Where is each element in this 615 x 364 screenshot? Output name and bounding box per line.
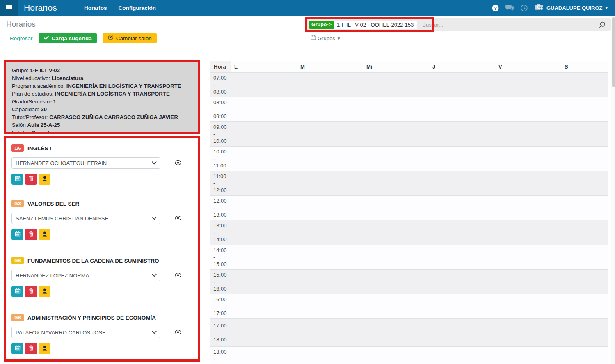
- schedule-cell[interactable]: [495, 270, 561, 294]
- schedule-cell[interactable]: [363, 294, 429, 319]
- schedule-cell[interactable]: [495, 97, 561, 122]
- schedule-subject-button[interactable]: [11, 286, 23, 297]
- menu-item-configuracion[interactable]: Configuración: [119, 5, 156, 11]
- delete-subject-button[interactable]: [25, 174, 37, 185]
- schedule-cell[interactable]: [363, 147, 429, 171]
- schedule-cell[interactable]: [363, 73, 429, 97]
- scrollbar-thumb[interactable]: [612, 17, 615, 87]
- schedule-cell[interactable]: [363, 347, 429, 364]
- schedule-cell[interactable]: [297, 220, 363, 245]
- schedule-cell[interactable]: [561, 171, 608, 196]
- schedule-cell[interactable]: [495, 294, 561, 319]
- schedule-cell[interactable]: [495, 171, 561, 196]
- delete-subject-button[interactable]: [25, 343, 37, 354]
- schedule-cell[interactable]: [231, 171, 297, 196]
- schedule-cell[interactable]: [495, 73, 561, 97]
- schedule-cell[interactable]: [231, 245, 297, 270]
- view-teacher-button[interactable]: [175, 329, 181, 336]
- change-room-button[interactable]: Cambiar salón: [103, 33, 157, 43]
- schedule-cell[interactable]: [297, 319, 363, 347]
- teacher-select[interactable]: HERNANDEZ LOPEZ NORMA: [11, 270, 160, 281]
- schedule-subject-button[interactable]: [11, 229, 23, 240]
- back-link[interactable]: Regresar: [10, 35, 33, 41]
- assign-teacher-button[interactable]: [39, 174, 50, 185]
- schedule-cell[interactable]: [495, 220, 561, 245]
- schedule-cell[interactable]: [429, 73, 495, 97]
- view-teacher-button[interactable]: [175, 159, 181, 167]
- schedule-cell[interactable]: [429, 245, 495, 270]
- schedule-cell[interactable]: [429, 122, 495, 147]
- schedule-cell[interactable]: [363, 122, 429, 147]
- user-menu[interactable]: GUADALUPE QUIROZ ▾: [534, 3, 608, 12]
- schedule-cell[interactable]: [363, 245, 429, 270]
- schedule-cell[interactable]: [297, 73, 363, 97]
- schedule-subject-button[interactable]: [11, 343, 23, 354]
- schedule-cell[interactable]: [561, 73, 608, 97]
- schedule-cell[interactable]: [297, 122, 363, 147]
- schedule-subject-button[interactable]: [11, 174, 23, 185]
- teacher-select[interactable]: SAENZ LEMUS CHRISTIAN DENISSE: [11, 213, 160, 224]
- schedule-cell[interactable]: [231, 319, 297, 347]
- search-input[interactable]: [422, 22, 578, 28]
- help-icon[interactable]: ?: [492, 5, 499, 11]
- delete-subject-button[interactable]: [25, 229, 37, 240]
- schedule-cell[interactable]: [561, 294, 608, 319]
- schedule-cell[interactable]: [429, 97, 495, 122]
- schedule-cell[interactable]: [231, 294, 297, 319]
- groups-dropdown[interactable]: Grupos ▼: [311, 35, 341, 41]
- schedule-cell[interactable]: [363, 220, 429, 245]
- schedule-cell[interactable]: [363, 196, 429, 220]
- schedule-cell[interactable]: [495, 196, 561, 220]
- schedule-cell[interactable]: [561, 147, 608, 171]
- schedule-cell[interactable]: [561, 245, 608, 270]
- schedule-cell[interactable]: [495, 122, 561, 147]
- schedule-cell[interactable]: [429, 319, 495, 347]
- schedule-cell[interactable]: [561, 220, 608, 245]
- search-icon[interactable]: [599, 21, 606, 30]
- schedule-cell[interactable]: [363, 171, 429, 196]
- schedule-cell[interactable]: [495, 245, 561, 270]
- clock-icon[interactable]: [521, 5, 528, 11]
- menu-item-horarios[interactable]: Horarios: [84, 5, 107, 11]
- schedule-cell[interactable]: [231, 347, 297, 364]
- schedule-cell[interactable]: [495, 147, 561, 171]
- view-teacher-button[interactable]: [175, 272, 181, 279]
- schedule-cell[interactable]: [495, 319, 561, 347]
- schedule-cell[interactable]: [297, 347, 363, 364]
- schedule-cell[interactable]: [297, 196, 363, 220]
- assign-teacher-button[interactable]: [39, 343, 50, 354]
- schedule-cell[interactable]: [363, 319, 429, 347]
- assign-teacher-button[interactable]: [39, 286, 50, 297]
- schedule-cell[interactable]: [429, 147, 495, 171]
- schedule-cell[interactable]: [561, 196, 608, 220]
- schedule-cell[interactable]: [561, 347, 608, 364]
- schedule-cell[interactable]: [297, 171, 363, 196]
- apps-grid-button[interactable]: [0, 0, 18, 16]
- schedule-cell[interactable]: [429, 220, 495, 245]
- schedule-cell[interactable]: [429, 196, 495, 220]
- schedule-cell[interactable]: [363, 97, 429, 122]
- schedule-cell[interactable]: [495, 347, 561, 364]
- schedule-cell[interactable]: [561, 270, 608, 294]
- delete-subject-button[interactable]: [25, 286, 37, 297]
- schedule-cell[interactable]: [231, 220, 297, 245]
- schedule-cell[interactable]: [297, 97, 363, 122]
- schedule-cell[interactable]: [429, 347, 495, 364]
- chat-icon[interactable]: [505, 5, 514, 11]
- schedule-cell[interactable]: [231, 122, 297, 147]
- schedule-cell[interactable]: [297, 294, 363, 319]
- schedule-cell[interactable]: [561, 122, 608, 147]
- teacher-select[interactable]: PALAFOX NAVARRO CARLOS JOSE: [11, 327, 160, 338]
- view-teacher-button[interactable]: [175, 215, 181, 222]
- schedule-cell[interactable]: [363, 270, 429, 294]
- group-filter-chip[interactable]: 1-F ILT V-02 - OOHEL-2022-153: [334, 21, 417, 29]
- schedule-cell[interactable]: [561, 319, 608, 347]
- schedule-cell[interactable]: [231, 73, 297, 97]
- schedule-cell[interactable]: [297, 245, 363, 270]
- schedule-cell[interactable]: [231, 270, 297, 294]
- schedule-cell[interactable]: [231, 147, 297, 171]
- schedule-cell[interactable]: [429, 171, 495, 196]
- schedule-cell[interactable]: [231, 196, 297, 220]
- schedule-cell[interactable]: [429, 270, 495, 294]
- assign-teacher-button[interactable]: [39, 229, 50, 240]
